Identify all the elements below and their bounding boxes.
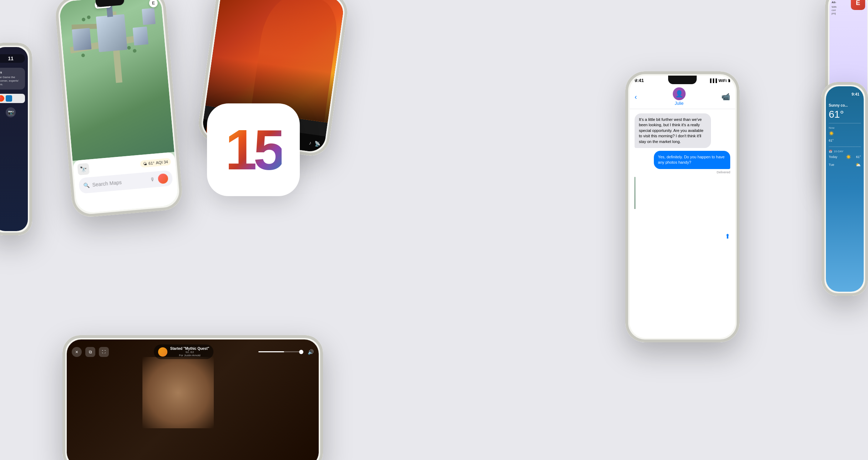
weather-temp-main: 61° xyxy=(829,109,861,120)
today-icon: ☀️ xyxy=(846,154,851,159)
video-progress-fill xyxy=(258,351,284,352)
phone-maps: FERRYBUILDING E 🔭 🌤 61° AQI 34 xyxy=(54,0,184,218)
today-label: Today xyxy=(829,155,841,159)
ios15-logo: 15 xyxy=(207,103,300,196)
video-volume-icon[interactable]: 🔊 xyxy=(308,349,314,355)
message-bubble-received-1: It's a little bit further west than we'v… xyxy=(635,113,711,148)
video-content: × ⧉ ⛶ Started "Mythic Quest" xyxy=(67,339,319,460)
reddit-icon: 🔴 xyxy=(0,95,4,102)
mic-icon[interactable]: 🎙 xyxy=(150,177,155,183)
message-bubble-sent-1: Yes, definitely. Do you happen to have a… xyxy=(654,151,730,169)
messages-contact-area: 👤 Julie xyxy=(637,87,721,106)
messages-content: 9:41 ▐▐▐ WiFi ▮ ‹ 👤 Julie xyxy=(630,76,735,338)
ferry-building xyxy=(96,14,127,52)
phone-messages: 9:41 ▐▐▐ WiFi ▮ ‹ 👤 Julie xyxy=(625,71,740,342)
message-text-2: Yes, definitely. Do you happen to have a… xyxy=(658,155,725,164)
maps-bottom-panel: 🔭 🌤 61° AQI 34 🔍 Search Maps 🎙 xyxy=(73,152,179,214)
share-button[interactable]: ⬆ xyxy=(725,232,730,240)
video-show-subtitle: S2, E2 xyxy=(170,351,210,354)
video-show-details: Started "Mythic Quest" S2, E2 For Justin… xyxy=(170,347,210,357)
phone-notifications-screen: 11 is ar Game the corner, experts' ns. 🔴 xyxy=(0,47,28,231)
messages-body: It's a little bit further west than we'v… xyxy=(630,109,735,338)
video-show-title: Started "Mythic Quest" xyxy=(170,347,210,351)
notif-content: ar Game the corner, experts' ns. xyxy=(0,76,22,87)
weather-temp-display: 61° xyxy=(829,139,834,142)
messages-time: 9:41 xyxy=(635,78,644,83)
phone-messages-screen: 9:41 ▐▐▐ WiFi ▮ ‹ 👤 Julie xyxy=(630,76,735,338)
shareplay-icon: ⛶ xyxy=(102,350,106,354)
10day-label: 10-DAY xyxy=(834,150,843,153)
photo-house xyxy=(635,177,635,209)
sp-text-proj: proj xyxy=(832,12,865,15)
message-text-1: It's a little bit further west than we'v… xyxy=(639,117,703,144)
phone-notifications: 11 is ar Game the corner, experts' ns. 🔴 xyxy=(0,43,32,235)
bldg-2 xyxy=(133,26,148,45)
notif-label-is: is xyxy=(0,71,22,75)
airplay-icon: 📡 xyxy=(314,140,321,147)
weather-emoji: 🌤 xyxy=(143,162,147,166)
maps-3d-view: FERRYBUILDING E xyxy=(59,0,175,161)
contact-emoji: 👤 xyxy=(675,90,683,98)
video-episode-info: S2, E2 xyxy=(185,351,194,354)
weather-10day-label: 📅 10-DAY xyxy=(829,150,861,153)
video-progress-bar[interactable] xyxy=(258,351,301,352)
weather-sun-icon: ☀️ xyxy=(829,131,834,136)
weather-time: 9:41 xyxy=(829,92,861,96)
notif-reddit-card: 🔴 xyxy=(0,94,25,103)
contact-name[interactable]: Julie xyxy=(637,101,721,106)
maps-binoculars-btn[interactable]: 🔭 xyxy=(77,163,90,175)
bldg-1 xyxy=(72,28,91,51)
camera-icon-notif: 📷 xyxy=(6,107,16,117)
reddit-sticker xyxy=(6,95,12,102)
video-call-button[interactable]: 📹 xyxy=(721,92,730,101)
pip-icon: ⧉ xyxy=(89,349,92,354)
scene: 15 11 is ar Game the corner, experts' ns… xyxy=(0,0,868,460)
video-close-button[interactable]: × xyxy=(72,347,82,357)
weather-temp: 61° xyxy=(148,161,155,165)
weather-main-info: Sunny co... 61° xyxy=(829,103,861,120)
today-temp: 61° xyxy=(856,155,861,159)
video-pip-button[interactable]: ⧉ xyxy=(85,347,95,357)
music-controls: ♪ 📡 xyxy=(309,140,321,147)
app-icon-e: E xyxy=(851,0,865,10)
weather-today-row: Today ☀️ 61° xyxy=(829,153,861,161)
message-delivered-status: Delivered xyxy=(635,170,730,174)
maps-weather-widget: 🌤 61° AQI 34 xyxy=(140,158,171,168)
notif-card-1: is ar Game the corner, experts' ns. xyxy=(0,68,25,90)
weather-content: 9:41 Sunny co... 61° Now ☀️ 61° 📅 xyxy=(826,86,864,292)
phone-video-screen: × ⧉ ⛶ Started "Mythic Quest" xyxy=(67,339,319,460)
notification-screen: 11 is ar Game the corner, experts' ns. 🔴 xyxy=(0,47,28,231)
weather-now-label: Now xyxy=(829,126,861,129)
messages-back-button[interactable]: ‹ xyxy=(635,93,637,101)
calendar-icon: 📅 xyxy=(829,150,832,153)
tue-icon: ⛅ xyxy=(856,162,861,167)
notif-text-1: is ar Game the corner, experts' ns. xyxy=(0,71,22,87)
notif-time: 11 xyxy=(8,56,14,61)
phone-video: × ⧉ ⛶ Started "Mythic Quest" xyxy=(62,335,323,460)
close-icon: × xyxy=(75,349,78,355)
messages-header: ‹ 👤 Julie 📹 xyxy=(630,83,735,109)
bldg-3 xyxy=(142,8,156,25)
battery-icon: ▮ xyxy=(728,78,730,83)
message-photos-grid xyxy=(635,177,635,231)
video-show-info: Started "Mythic Quest" S2, E2 For Justin… xyxy=(154,344,214,359)
contact-avatar: 👤 xyxy=(673,87,686,100)
now-label: Now xyxy=(829,126,834,129)
video-shareplay-button[interactable]: ⛶ xyxy=(99,347,109,357)
search-icon: 🔍 xyxy=(83,182,90,188)
maps-content: FERRYBUILDING E 🔭 🌤 61° AQI 34 xyxy=(59,0,179,214)
tue-label: Tue xyxy=(829,163,841,167)
signal-icon: ▐▐▐ xyxy=(708,78,717,83)
weather-tue-row: Tue ⛅ xyxy=(829,161,861,169)
video-controls-bar: × ⧉ ⛶ Started "Mythic Quest" xyxy=(72,344,314,359)
video-progress-dot xyxy=(299,350,303,354)
messages-notch xyxy=(668,76,697,84)
maps-user-avatar xyxy=(158,173,168,184)
weather-divider xyxy=(829,123,861,123)
weather-aqi: AQI 34 xyxy=(156,160,168,165)
weather-row-sun: ☀️ xyxy=(829,129,861,137)
phone-maps-screen: FERRYBUILDING E 🔭 🌤 61° AQI 34 xyxy=(59,0,179,214)
status-icons: ▐▐▐ WiFi ▮ xyxy=(708,78,730,83)
ios15-number: 15 xyxy=(225,121,282,178)
weather-location: Sunny co... xyxy=(829,103,861,107)
